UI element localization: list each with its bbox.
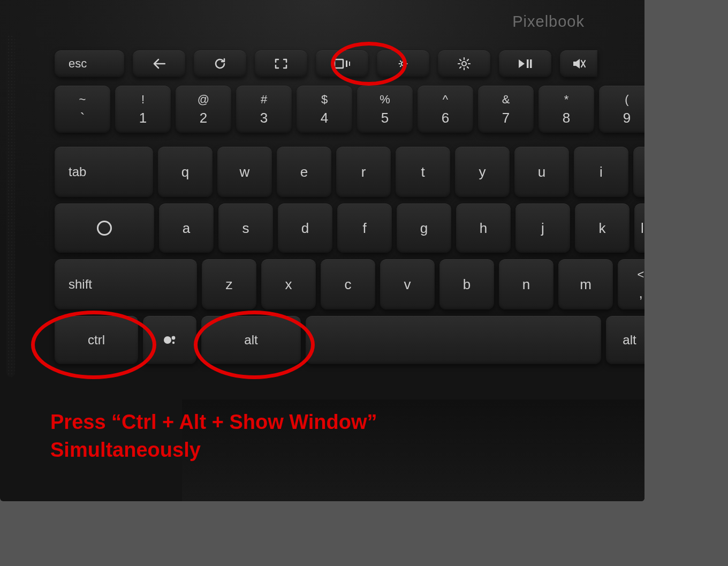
brightness-high-icon	[458, 57, 471, 70]
svg-point-8	[172, 336, 176, 340]
shift-key[interactable]: shift	[55, 259, 197, 310]
key-x[interactable]: x	[261, 259, 316, 310]
caption-line-1: Press “Ctrl + Alt + Show Window”	[50, 408, 377, 436]
search-key[interactable]	[55, 203, 154, 253]
shift-row: shift z x c v b n m <,	[55, 259, 644, 310]
refresh-key[interactable]	[194, 50, 246, 77]
key-v[interactable]: v	[380, 259, 435, 310]
key-1[interactable]: !1	[115, 86, 171, 133]
speaker-grille	[6, 34, 15, 377]
keyboard-stage: Pixelbook esc ~`	[0, 0, 644, 501]
play-pause-key[interactable]	[499, 50, 551, 77]
fullscreen-icon	[275, 58, 287, 69]
key-5[interactable]: %5	[357, 86, 413, 133]
key-d[interactable]: d	[278, 203, 332, 253]
mute-key[interactable]	[560, 50, 597, 77]
ctrl-key[interactable]: ctrl	[55, 316, 138, 364]
svg-rect-6	[530, 59, 532, 68]
key-9[interactable]: (9	[599, 86, 644, 133]
mute-icon	[572, 57, 586, 70]
key-w[interactable]: w	[217, 147, 272, 197]
key-s[interactable]: s	[218, 203, 273, 253]
brightness-up-key[interactable]	[438, 50, 490, 77]
key-h[interactable]: h	[456, 203, 511, 253]
key-u[interactable]: u	[514, 147, 569, 197]
svg-point-3	[401, 62, 405, 65]
key-c[interactable]: c	[321, 259, 375, 310]
brand-label: Pixelbook	[512, 13, 585, 31]
back-key[interactable]	[133, 50, 185, 77]
key-g[interactable]: g	[397, 203, 451, 253]
esc-key[interactable]: esc	[55, 50, 124, 77]
show-windows-icon	[334, 58, 350, 69]
key-o[interactable]: o	[633, 147, 644, 197]
tab-key[interactable]: tab	[55, 147, 153, 197]
svg-rect-2	[349, 62, 350, 66]
number-row: ~` !1 @2 #3 $4 %5 ^6 &7 *8 (9	[55, 86, 644, 133]
fullscreen-key[interactable]	[255, 50, 307, 77]
key-q[interactable]: q	[158, 147, 213, 197]
svg-rect-1	[346, 61, 347, 67]
key-8[interactable]: *8	[539, 86, 594, 133]
key-6[interactable]: ^6	[418, 86, 473, 133]
key-l[interactable]: l	[634, 203, 644, 253]
brightness-down-key[interactable]	[377, 50, 429, 77]
svg-rect-5	[527, 59, 529, 68]
key-2[interactable]: @2	[176, 86, 231, 133]
key-j[interactable]: j	[515, 203, 570, 253]
qwerty-row: tab q w e r t y u i o	[55, 147, 644, 197]
key-y[interactable]: y	[455, 147, 510, 197]
key-7[interactable]: &7	[478, 86, 534, 133]
alt-key[interactable]: alt	[201, 316, 301, 364]
annotation-caption: Press “Ctrl + Alt + Show Window” Simulta…	[50, 408, 377, 464]
circle-icon	[97, 221, 112, 236]
home-row: a s d f g h j k l	[55, 203, 644, 253]
key-comma[interactable]: <,	[618, 259, 644, 310]
key-m[interactable]: m	[558, 259, 613, 310]
caption-line-2: Simultaneously	[50, 436, 377, 464]
svg-point-9	[172, 342, 175, 344]
key-n[interactable]: n	[499, 259, 553, 310]
svg-point-7	[164, 336, 171, 344]
assistant-icon	[163, 333, 177, 347]
arrow-left-icon	[153, 58, 165, 69]
key-b[interactable]: b	[439, 259, 494, 310]
brightness-low-icon	[398, 59, 408, 69]
assistant-key[interactable]	[143, 316, 196, 364]
refresh-icon	[214, 57, 226, 70]
space-key[interactable]	[306, 316, 601, 364]
play-pause-icon	[518, 58, 532, 69]
esc-label: esc	[69, 57, 87, 71]
show-windows-key[interactable]	[316, 50, 368, 77]
function-row: esc	[55, 50, 597, 77]
key-3[interactable]: #3	[236, 86, 292, 133]
key-k[interactable]: k	[575, 203, 630, 253]
key-r[interactable]: r	[336, 147, 391, 197]
key-backtick[interactable]: ~`	[55, 86, 110, 133]
svg-rect-0	[335, 59, 343, 68]
key-e[interactable]: e	[277, 147, 331, 197]
alt-right-key[interactable]: alt	[606, 316, 644, 364]
bottom-row: ctrl alt alt	[55, 316, 644, 364]
svg-point-4	[462, 62, 466, 66]
key-a[interactable]: a	[159, 203, 214, 253]
key-z[interactable]: z	[202, 259, 256, 310]
key-t[interactable]: t	[396, 147, 450, 197]
key-f[interactable]: f	[337, 203, 392, 253]
key-4[interactable]: $4	[297, 86, 352, 133]
key-i[interactable]: i	[574, 147, 628, 197]
